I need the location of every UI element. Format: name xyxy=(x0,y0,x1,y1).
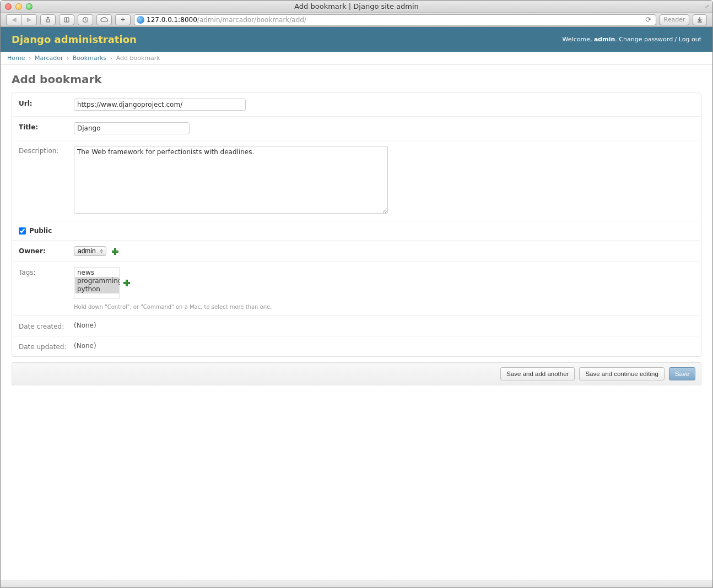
tags-help: Hold down "Control", or "Command" on a M… xyxy=(74,304,694,310)
crumb-sep: › xyxy=(110,55,112,62)
change-password-link[interactable]: Change password xyxy=(619,36,673,43)
django-header: Django administration Welcome, admin. Ch… xyxy=(1,27,712,52)
window-titlebar: Add bookmark | Django site admin ⤢ xyxy=(1,1,712,13)
url-text: 127.0.0.1:8000/admin/marcador/bookmark/a… xyxy=(147,16,306,24)
icloud-button[interactable] xyxy=(96,14,112,25)
traffic-lights xyxy=(5,3,33,10)
save-button[interactable]: Save xyxy=(669,367,695,380)
label-tags: Tags: xyxy=(19,268,74,310)
site-favicon-icon xyxy=(137,16,144,24)
crumb-current: Add bookmark xyxy=(116,55,160,62)
row-date-updated: Date updated: (None) xyxy=(12,336,701,356)
share-button[interactable] xyxy=(40,14,56,25)
fullscreen-icon[interactable]: ⤢ xyxy=(705,3,709,9)
page-content: Django administration Welcome, admin. Ch… xyxy=(1,27,712,587)
welcome-prefix: Welcome, xyxy=(563,36,594,43)
label-owner: Owner: xyxy=(19,246,74,256)
empty-space xyxy=(1,393,712,580)
public-checkbox[interactable] xyxy=(19,227,26,235)
minimize-window-icon[interactable] xyxy=(15,3,22,10)
row-description: Description: xyxy=(12,140,701,221)
clock-icon xyxy=(82,17,89,23)
forward-button[interactable]: ▶ xyxy=(21,14,37,25)
tag-option[interactable]: programming xyxy=(75,277,119,285)
add-tab-button[interactable]: + xyxy=(115,14,131,25)
label-description: Description: xyxy=(19,146,74,215)
horizontal-scrollbar[interactable] xyxy=(1,580,712,587)
row-public: Public xyxy=(12,221,701,241)
address-bar[interactable]: 127.0.0.1:8000/admin/marcador/bookmark/a… xyxy=(134,14,656,25)
bookmarks-button[interactable] xyxy=(59,14,74,25)
tag-option[interactable]: news xyxy=(75,269,119,277)
row-owner: Owner: admin xyxy=(12,241,701,262)
row-tags: Tags: news programming python Hold down … xyxy=(12,262,701,316)
back-button[interactable]: ◀ xyxy=(6,14,21,25)
label-title: Title: xyxy=(19,122,74,134)
description-input[interactable] xyxy=(74,146,388,214)
save-add-another-button[interactable]: Save and add another xyxy=(500,367,575,380)
cloud-icon xyxy=(100,17,108,23)
tags-multiselect[interactable]: news programming python xyxy=(74,268,120,298)
row-url: Url: xyxy=(12,93,701,117)
nav-buttons: ◀ ▶ xyxy=(6,14,37,25)
book-icon xyxy=(63,17,70,23)
row-date-created: Date created: (None) xyxy=(12,316,701,336)
downloads-button[interactable] xyxy=(693,14,707,25)
add-tag-icon[interactable] xyxy=(123,280,130,286)
reload-icon[interactable]: ⟳ xyxy=(643,15,653,24)
crumb-app[interactable]: Marcador xyxy=(35,55,63,62)
user-tools: Welcome, admin. Change password / Log ou… xyxy=(563,36,701,43)
username: admin xyxy=(594,36,615,43)
crumb-home[interactable]: Home xyxy=(7,55,25,62)
download-icon xyxy=(696,17,703,23)
zoom-window-icon[interactable] xyxy=(26,3,33,10)
breadcrumb: Home › Marcador › Bookmarks › Add bookma… xyxy=(1,52,712,65)
tag-option[interactable]: python xyxy=(75,285,119,293)
label-url: Url: xyxy=(19,99,74,111)
url-input[interactable] xyxy=(74,99,246,111)
form-module: Url: Title: Description: xyxy=(12,92,701,357)
content-main: Add bookmark Url: Title: Description: xyxy=(1,65,712,393)
add-owner-icon[interactable] xyxy=(112,248,118,255)
mac-window: Add bookmark | Django site admin ⤢ ◀ ▶ +… xyxy=(0,0,713,588)
label-public: Public xyxy=(29,227,52,235)
browser-toolbar: ◀ ▶ + 127.0.0.1:8000/admin/marcador/book… xyxy=(1,13,712,27)
share-icon xyxy=(45,17,51,23)
date-updated-value: (None) xyxy=(74,342,96,350)
title-input[interactable] xyxy=(74,122,190,134)
page-title: Add bookmark xyxy=(12,73,701,86)
topsites-button[interactable] xyxy=(78,14,93,25)
label-date-updated: Date updated: xyxy=(19,342,74,351)
branding: Django administration xyxy=(12,34,137,45)
crumb-sep: › xyxy=(29,55,31,62)
save-continue-button[interactable]: Save and continue editing xyxy=(579,367,664,380)
date-created-value: (None) xyxy=(74,322,96,329)
crumb-sep: › xyxy=(67,55,69,62)
label-date-created: Date created: xyxy=(19,322,74,330)
owner-select[interactable]: admin xyxy=(74,246,106,256)
logout-link[interactable]: Log out xyxy=(679,36,701,43)
submit-row: Save and add another Save and continue e… xyxy=(12,362,701,385)
crumb-model[interactable]: Bookmarks xyxy=(73,55,106,62)
url-host: 127.0.0.1:8000 xyxy=(147,16,197,24)
close-window-icon[interactable] xyxy=(5,3,12,10)
url-path: /admin/marcador/bookmark/add/ xyxy=(197,16,306,24)
row-title: Title: xyxy=(12,117,701,140)
reader-button[interactable]: Reader xyxy=(660,14,689,25)
window-title: Add bookmark | Django site admin xyxy=(294,2,419,10)
